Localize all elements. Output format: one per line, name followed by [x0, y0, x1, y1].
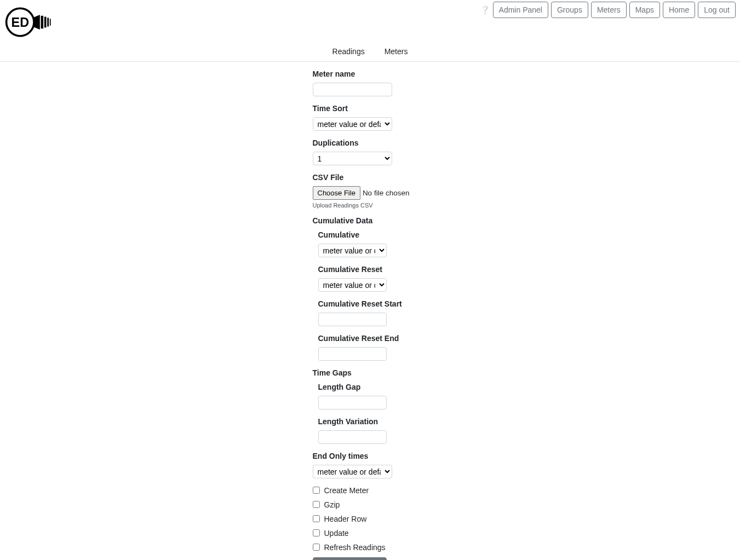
meter-name-input[interactable]	[313, 83, 392, 96]
nav-groups[interactable]: Groups	[551, 2, 588, 18]
cumulative-reset-start-label: Cumulative Reset Start	[318, 299, 439, 308]
time-gaps-heading: Time Gaps	[313, 368, 439, 377]
nav-logout[interactable]: Log out	[698, 2, 736, 18]
cumulative-reset-label: Cumulative Reset	[318, 265, 439, 274]
nav-admin-panel[interactable]: Admin Panel	[493, 2, 548, 18]
file-status-text: No file chosen	[363, 189, 410, 197]
nav-meters[interactable]: Meters	[591, 2, 627, 18]
cumulative-reset-start-input[interactable]	[318, 313, 387, 326]
csv-file-label: CSV File	[313, 173, 439, 182]
duplications-select[interactable]: 1	[313, 152, 392, 165]
cumulative-label: Cumulative	[318, 230, 439, 239]
cumulative-reset-select[interactable]: meter value or def	[318, 278, 387, 292]
svg-rect-5	[50, 19, 51, 26]
svg-text:ED: ED	[12, 15, 30, 30]
end-only-times-select[interactable]: meter value or default	[313, 465, 392, 478]
length-variation-input[interactable]	[318, 430, 387, 444]
cumulative-reset-end-input[interactable]	[318, 347, 387, 361]
refresh-readings-label: Refresh Readings	[324, 543, 386, 552]
length-variation-label: Length Variation	[318, 417, 439, 426]
meter-name-label: Meter name	[313, 70, 439, 78]
svg-rect-3	[44, 17, 47, 28]
length-gap-label: Length Gap	[318, 383, 439, 391]
nav-home[interactable]: Home	[663, 2, 695, 18]
header-row-checkbox[interactable]	[313, 515, 320, 522]
svg-rect-4	[47, 18, 49, 26]
create-meter-checkbox[interactable]	[313, 487, 320, 494]
tab-readings[interactable]: Readings	[328, 42, 369, 61]
update-checkbox[interactable]	[313, 529, 320, 536]
help-icon[interactable]: ❔	[480, 5, 490, 14]
length-gap-input[interactable]	[318, 396, 387, 409]
tab-meters[interactable]: Meters	[380, 42, 412, 61]
app-logo: ED	[4, 0, 54, 42]
svg-rect-2	[41, 16, 44, 28]
duplications-label: Duplications	[313, 138, 439, 147]
upload-hint-text: Upload Readings CSV	[313, 202, 439, 209]
cumulative-data-heading: Cumulative Data	[313, 216, 439, 225]
logo-icon: ED	[4, 4, 54, 40]
gzip-checkbox[interactable]	[313, 501, 320, 508]
choose-file-button[interactable]: Choose File	[313, 186, 360, 200]
time-sort-label: Time Sort	[313, 104, 439, 113]
update-label: Update	[324, 529, 349, 538]
create-meter-label: Create Meter	[324, 486, 369, 495]
end-only-times-label: End Only times	[313, 452, 439, 460]
submit-csv-button[interactable]: Submit CSV Data	[313, 557, 387, 560]
time-sort-select[interactable]: meter value or default	[313, 117, 392, 131]
cumulative-reset-end-label: Cumulative Reset End	[318, 334, 439, 343]
nav-maps[interactable]: Maps	[629, 2, 660, 18]
cumulative-select[interactable]: meter value or def	[318, 244, 387, 257]
gzip-label: Gzip	[324, 500, 340, 509]
header-row-label: Header Row	[324, 515, 367, 523]
refresh-readings-checkbox[interactable]	[313, 544, 320, 551]
